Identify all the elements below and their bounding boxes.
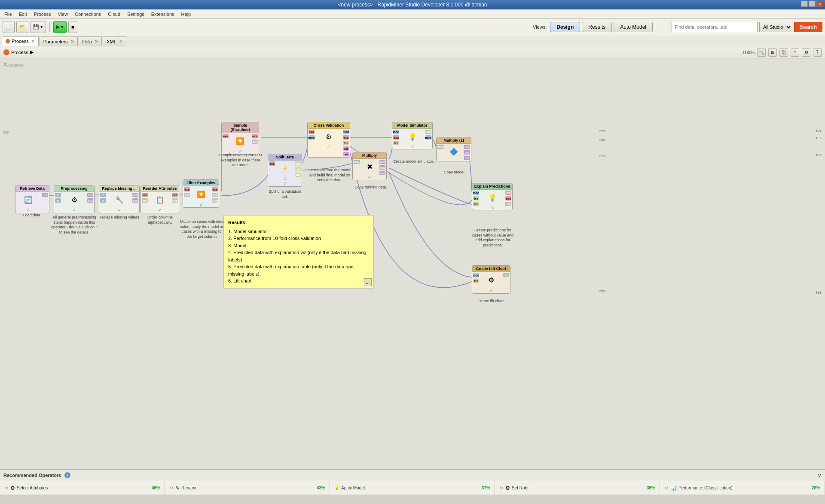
new-button[interactable]: 📄 [3, 21, 15, 33]
stop-button[interactable]: ■ [68, 21, 77, 33]
port-exa[interactable]: exa [269, 161, 275, 166]
port-out1[interactable]: out [464, 145, 470, 149]
tab-xml-close[interactable]: ✕ [119, 39, 122, 44]
layout-button[interactable]: ≡ [791, 48, 799, 57]
minimize-button[interactable]: ─ [801, 1, 808, 7]
port-out3[interactable]: out [464, 156, 470, 160]
tab-parameters-close[interactable]: ✕ [70, 39, 74, 44]
port-ref[interactable]: ref [142, 198, 148, 203]
port-out1[interactable]: out [379, 160, 385, 164]
info-icon[interactable]: i [64, 472, 70, 478]
open-button[interactable]: 📂 [16, 21, 28, 33]
multiply-node[interactable]: Multiply inp ✖ ✓ out out out [352, 152, 387, 180]
scope-select[interactable]: All Studio [759, 22, 792, 32]
port-mod[interactable]: mod [309, 135, 315, 140]
create-lift-chart-node[interactable]: Create Lift Chart mod tes ⚙ ✓ lif [472, 265, 510, 294]
results-view-button[interactable]: Results [582, 22, 612, 32]
menu-edit[interactable]: Edit [16, 11, 30, 18]
tab-parameters[interactable]: Parameters ✕ [40, 36, 78, 46]
split-data-node[interactable]: Split Data exa ⚡ ⚠ ✓ par par par [268, 154, 302, 187]
port-exa-out[interactable]: exa [252, 134, 258, 138]
rec-apply-model[interactable]: 💡 Apply Model 37% [330, 481, 495, 495]
port-out2[interactable]: out [464, 150, 470, 155]
port-par2[interactable]: par [295, 167, 301, 171]
port-in1[interactable]: in [55, 193, 61, 197]
port-mod-out[interactable]: mod [425, 135, 431, 140]
tab-help-close[interactable]: ✕ [95, 39, 98, 44]
zoom-fit-button[interactable]: ⊞ [768, 48, 777, 57]
tab-help[interactable]: Help ✕ [79, 36, 102, 46]
rec-set-role[interactable]: ↑↑ ⚙ Set Role 36% [495, 481, 660, 495]
port-exa[interactable]: exa [142, 193, 148, 197]
port-exa[interactable]: exa [184, 187, 190, 191]
expand-button[interactable]: ∨ [817, 472, 822, 479]
port-tes[interactable]: tes [473, 202, 479, 206]
port-ori-out[interactable]: ori [212, 193, 218, 197]
port-sim[interactable]: sim [425, 130, 431, 134]
rec-rename[interactable]: ↑↑ ✎ Rename 43% [165, 481, 330, 495]
zoom-reset-button[interactable]: 🏠 [779, 48, 788, 57]
port-out3[interactable]: out [379, 171, 385, 175]
tab-process-close[interactable]: ✕ [31, 39, 35, 44]
port-exa[interactable]: exa [309, 130, 315, 134]
port-par1[interactable]: par [295, 161, 301, 166]
automodel-view-button[interactable]: Auto Model [614, 22, 653, 32]
menu-file[interactable]: File [2, 11, 15, 18]
port-out1[interactable]: out [132, 193, 138, 197]
zoom-in-button[interactable]: 🔍 [757, 48, 766, 57]
maximize-button[interactable]: □ [809, 1, 816, 7]
multiply2-node[interactable]: Multiply (2) inp 🔷 out out out [436, 137, 471, 161]
search-input[interactable] [672, 22, 758, 32]
port-ori[interactable]: ori [184, 193, 190, 197]
tab-xml[interactable]: XML ✕ [103, 36, 126, 46]
port-tes[interactable]: tes [393, 141, 399, 145]
port-mod[interactable]: mod [473, 191, 479, 195]
close-button[interactable]: ✕ [816, 1, 823, 7]
port-out2[interactable]: out [132, 198, 138, 203]
port-par3[interactable]: par [295, 173, 301, 177]
model-simulator-node[interactable]: Model Simulator mod exa tes 💡 ⚠ sim mod [392, 122, 433, 149]
port-exa-out[interactable]: exa [343, 135, 349, 140]
port-per1-out[interactable]: per [343, 146, 349, 151]
tooltip-more-button[interactable]: ... [364, 278, 372, 286]
port-out2[interactable]: out [379, 165, 385, 170]
port-vis[interactable]: vis [505, 191, 511, 195]
port-exa[interactable]: exa [505, 196, 511, 200]
menu-process[interactable]: Process [31, 11, 54, 18]
menu-connections[interactable]: Connections [72, 11, 104, 18]
save-button[interactable]: 💾 ▾ [30, 21, 46, 33]
tab-process[interactable]: Process ✕ [2, 36, 39, 46]
port-in1[interactable]: in [100, 193, 106, 197]
port-mod[interactable]: mod [473, 273, 479, 277]
port-imp[interactable]: imp [505, 202, 511, 206]
replace-missing-node[interactable]: Replace Missing ... in in 🔧 ✓ out out [99, 185, 140, 213]
port-inp[interactable]: inp [437, 145, 443, 149]
port-unm[interactable]: unm [212, 198, 218, 203]
cross-validation-node[interactable]: Cross Validation exa mod ⚙ ⚠ mod exa tes… [307, 122, 350, 158]
reorder-attributes-node[interactable]: Reorder Attributes exa ref 📋 ✓ exa ori [141, 185, 179, 213]
port-in2[interactable]: in [55, 198, 61, 203]
filter-examples-node[interactable]: Filter Examples exa ori 🔽 ✓ exa ori unm [183, 179, 219, 208]
port-out[interactable]: out [42, 193, 48, 197]
port-exa-out[interactable]: exa [172, 193, 178, 197]
run-button[interactable]: ▶ ▾ [53, 21, 67, 33]
retrieve-data-node[interactable]: Retrieve Data 🔄 ✓ out [15, 185, 49, 213]
design-view-button[interactable]: Design [550, 22, 580, 32]
rec-performance-classification[interactable]: ↑↑ 📊 Performance (Classification) 28% [660, 481, 825, 495]
port-mod-out[interactable]: mod [343, 130, 349, 134]
port-mod[interactable]: mod [393, 130, 399, 134]
port-exa[interactable]: exa [393, 135, 399, 140]
port-tra[interactable]: tra [473, 196, 479, 200]
port-tes-out[interactable]: tes [343, 141, 349, 145]
port-exa-out[interactable]: exa [212, 187, 218, 191]
port-ori[interactable]: ori [172, 198, 178, 203]
menu-settings[interactable]: Settings [125, 11, 147, 18]
menu-help[interactable]: Help [179, 11, 194, 18]
menu-cloud[interactable]: Cloud [105, 11, 123, 18]
sample-stratified-node[interactable]: Sample (Stratified) exa 🔽 ✓ exa ori [221, 122, 259, 155]
rec-select-attributes[interactable]: ↑↑ ⚙ Select Attributes 46% [0, 481, 165, 495]
explain-predictions-node[interactable]: Explain Predictions mod tra tes 💡 ⚠ vis … [472, 183, 513, 210]
port-exa[interactable]: exa [223, 134, 229, 138]
port-ori-out[interactable]: ori [252, 140, 258, 144]
search-button[interactable]: Search [794, 22, 822, 32]
